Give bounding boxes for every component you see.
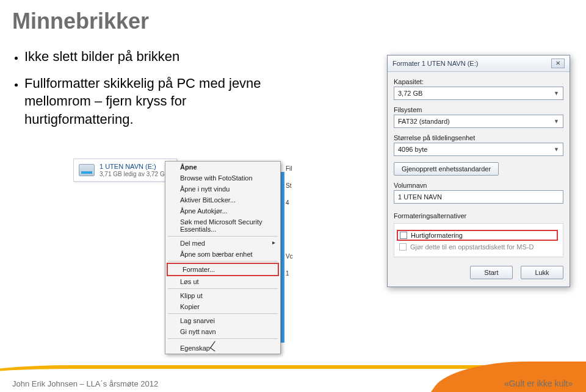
- cursor-icon: [210, 341, 220, 351]
- context-menu: Åpne Browse with FotoStation Åpne i nytt…: [165, 161, 281, 354]
- filesystem-combo[interactable]: FAT32 (standard) ▼: [394, 115, 563, 128]
- drive-context-screenshot: 1 UTEN NAVN (E:) 3,71 GB ledig av 3,72 G…: [73, 159, 287, 354]
- trunc-text: Fil: [286, 160, 293, 177]
- menu-browse-fotostation[interactable]: Browse with FotoStation: [165, 173, 280, 184]
- menu-rename[interactable]: Gi nytt navn: [165, 326, 280, 337]
- menu-create-shortcut[interactable]: Lag snarvei: [165, 315, 280, 326]
- chevron-down-icon: ▼: [554, 146, 559, 152]
- start-button[interactable]: Start: [470, 266, 513, 279]
- menu-bitlocker[interactable]: Aktiver BitLocker...: [165, 194, 280, 205]
- dialog-close-button[interactable]: ✕: [551, 59, 565, 68]
- menu-separator: [168, 236, 278, 237]
- capacity-value: 3,72 GB: [398, 90, 422, 97]
- capacity-combo[interactable]: 3,72 GB ▼: [394, 87, 563, 100]
- trunc-text: 1: [286, 265, 293, 282]
- slide-footer: John Erik Johnsen – LLA´s årsmøte 2012 «…: [0, 362, 586, 392]
- menu-open-new-window[interactable]: Åpne i nytt vindu: [165, 184, 280, 194]
- restore-defaults-button[interactable]: Gjenopprett enhetsstandarder: [394, 162, 499, 176]
- menu-share-with[interactable]: Del med: [165, 238, 280, 249]
- volumename-value: 1 UTEN NAVN: [398, 193, 442, 201]
- checkbox-icon: [400, 232, 407, 239]
- msdos-boot-label: Gjør dette til en oppstartsdiskett for M…: [410, 243, 534, 251]
- trunc-text: St: [286, 177, 293, 194]
- menu-cut[interactable]: Klipp ut: [165, 290, 280, 301]
- dialog-button-row: Start Lukk: [388, 257, 570, 279]
- menu-eject[interactable]: Løs ut: [165, 276, 280, 287]
- drive-row[interactable]: 1 UTEN NAVN (E:) 3,71 GB ledig av 3,72 G: [73, 159, 177, 182]
- allocation-value: 4096 byte: [398, 146, 427, 153]
- menu-separator: [168, 261, 278, 262]
- menu-separator: [168, 288, 278, 289]
- drive-text: 1 UTEN NAVN (E:) 3,71 GB ledig av 3,72 G: [99, 163, 165, 177]
- menu-format[interactable]: Formater...: [168, 264, 278, 275]
- menu-mse-scan[interactable]: Søk med Microsoft Security Essentials...: [165, 216, 280, 235]
- volumename-label: Volumnavn: [394, 182, 563, 189]
- close-button[interactable]: Lukk: [521, 266, 563, 279]
- volumename-input[interactable]: 1 UTEN NAVN: [394, 190, 563, 204]
- filesystem-label: Filsystem: [394, 106, 563, 113]
- dialog-title-text: Formater 1 UTEN NAVN (E:): [392, 60, 478, 67]
- allocation-combo[interactable]: 4096 byte ▼: [394, 143, 563, 156]
- menu-separator: [168, 313, 278, 314]
- slide-title: Minnebrikker: [0, 0, 586, 34]
- truncated-column: Fil St 4 Vc 1: [286, 160, 293, 282]
- menu-separator: [168, 338, 278, 339]
- menu-open[interactable]: Åpne: [165, 162, 280, 173]
- drive-icon: [79, 164, 95, 176]
- quickformat-label: Hurtigformatering: [411, 232, 463, 239]
- chevron-down-icon: ▼: [554, 90, 559, 96]
- menu-properties-label: Egenskap: [180, 344, 210, 352]
- drive-subtext: 3,71 GB ledig av 3,72 G: [99, 171, 165, 177]
- msdos-boot-checkbox: Gjør dette til en oppstartsdiskett for M…: [399, 243, 558, 251]
- menu-properties[interactable]: Egenskap: [165, 340, 280, 354]
- format-options-label: Formateringsalternativer: [394, 212, 563, 219]
- dialog-titlebar: Formater 1 UTEN NAVN (E:) ✕: [388, 55, 570, 72]
- footer-right-text: «Gult er ikke kult»: [504, 379, 573, 388]
- bullet-item: Fullformatter skikkelig på PC med jevne …: [24, 74, 281, 129]
- menu-copy[interactable]: Kopier: [165, 301, 280, 312]
- menu-autokjor[interactable]: Åpne Autokjør...: [165, 205, 280, 216]
- bullet-item: Ikke slett bilder på brikken: [24, 48, 281, 66]
- checkbox-icon: [399, 243, 407, 251]
- filesystem-value: FAT32 (standard): [398, 118, 450, 125]
- chevron-down-icon: ▼: [554, 118, 559, 124]
- drive-name: 1 UTEN NAVN (E:): [99, 163, 156, 170]
- trunc-text: 4: [286, 194, 293, 212]
- footer-left-text: John Erik Johnsen – LLA´s årsmøte 2012: [12, 379, 158, 388]
- format-dialog: Formater 1 UTEN NAVN (E:) ✕ Kapasitet: 3…: [387, 55, 570, 287]
- capacity-label: Kapasitet:: [394, 78, 563, 85]
- trunc-text: Vc: [286, 248, 293, 265]
- quickformat-checkbox[interactable]: Hurtigformatering: [397, 230, 558, 241]
- menu-open-portable[interactable]: Åpne som bærbar enhet: [165, 249, 280, 260]
- allocation-label: Størrelse på tildelingsenhet: [394, 134, 563, 141]
- format-options-panel: Hurtigformatering Gjør dette til en opps…: [394, 223, 563, 257]
